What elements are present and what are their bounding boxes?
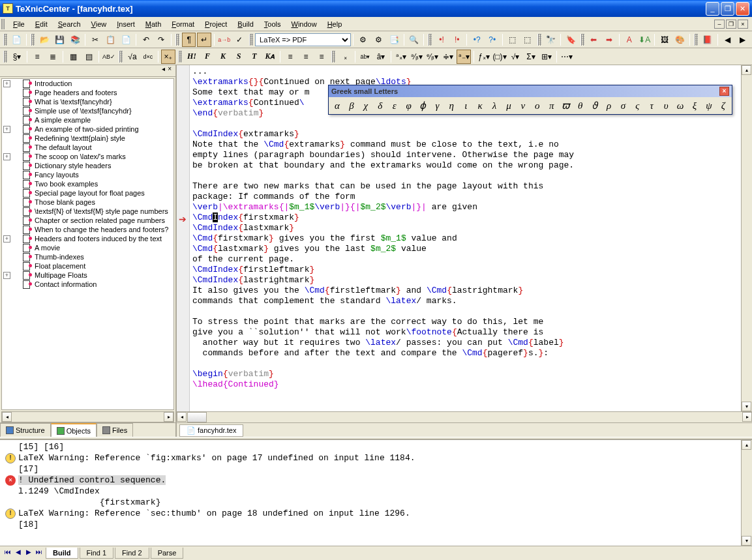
- grip[interactable]: [694, 34, 698, 46]
- sqrt-button[interactable]: √▾: [508, 50, 522, 64]
- editor-tab[interactable]: 📄 fancyhdr.tex: [179, 424, 243, 437]
- tree-item[interactable]: +The scoop on \latex/'s marks: [2, 152, 173, 161]
- sidebar-tab-files[interactable]: Files: [97, 423, 133, 437]
- grip[interactable]: [178, 51, 182, 63]
- vertical-scrollbar[interactable]: ▴ ▾: [741, 65, 752, 411]
- tree-item[interactable]: When to change the headers and footers?: [2, 225, 173, 234]
- output-line[interactable]: l.1249 \CmdIndex: [5, 486, 736, 497]
- tree-item[interactable]: Those blank pages: [2, 198, 173, 207]
- toggle-comment-button[interactable]: A: [622, 33, 637, 47]
- greek-letter-button[interactable]: ψ: [702, 98, 716, 113]
- view-linewrap-button[interactable]: ↵: [197, 33, 211, 47]
- prev-warning-button[interactable]: ?•: [485, 33, 500, 47]
- outdent-button[interactable]: ⬅: [587, 33, 601, 47]
- table-button[interactable]: ▤: [82, 50, 96, 64]
- tree-item[interactable]: Page headers and footers: [2, 88, 173, 97]
- output-line[interactable]: !LaTeX Warning: Reference `fig:xmarks' o…: [5, 452, 736, 464]
- expand-icon[interactable]: +: [3, 153, 10, 160]
- sidebar-close[interactable]: ×: [166, 65, 173, 76]
- build-button[interactable]: ⚙: [356, 33, 370, 47]
- tree-item[interactable]: Thumb-indexes: [2, 252, 173, 261]
- spelling-button[interactable]: ✓: [233, 33, 247, 47]
- accent-button[interactable]: äb▾: [358, 50, 372, 64]
- align-left-button[interactable]: ≡: [283, 50, 297, 64]
- greek-letter-button[interactable]: θ: [573, 98, 588, 113]
- expand-icon[interactable]: +: [3, 235, 10, 243]
- greek-letter-button[interactable]: δ: [373, 98, 387, 113]
- delim-button[interactable]: (□)▾: [492, 50, 507, 64]
- tree-item[interactable]: A simple example: [2, 115, 173, 125]
- output-scrollbar[interactable]: ▴ ▾: [741, 440, 752, 546]
- menu-search[interactable]: Search: [53, 19, 86, 29]
- output-next[interactable]: ▶: [23, 548, 34, 559]
- format-kᴀ-button[interactable]: Kᴀ: [263, 50, 277, 64]
- insert-graphic-button[interactable]: 🖼: [657, 33, 672, 47]
- output-prev[interactable]: ◀: [13, 548, 23, 559]
- format-f-button[interactable]: F: [200, 50, 215, 64]
- scroll-left[interactable]: ◂: [2, 412, 12, 422]
- view-whitespace-button[interactable]: ¶: [182, 33, 196, 47]
- menu-project[interactable]: Project: [200, 19, 232, 29]
- expand-icon[interactable]: +: [3, 80, 10, 87]
- tree-item[interactable]: Dictionary style headers: [2, 161, 173, 170]
- save-all-button[interactable]: 📚: [68, 33, 83, 47]
- copy-button[interactable]: 📋: [104, 33, 118, 47]
- tree-item[interactable]: Special page layout for float pages: [2, 188, 173, 198]
- superscript-button[interactable]: ᵃₓ▾: [394, 50, 408, 64]
- scroll-down[interactable]: ▾: [742, 402, 751, 411]
- tree-item[interactable]: \textsf{N} of \textsf{M} style page numb…: [2, 207, 173, 216]
- greek-letter-button[interactable]: ε: [387, 98, 402, 113]
- tree-item[interactable]: Contact information: [2, 280, 173, 289]
- horizontal-scrollbar[interactable]: ◂ ▸: [177, 411, 752, 422]
- bookmark-button[interactable]: 🔖: [564, 33, 578, 47]
- output-first[interactable]: ⏮: [3, 548, 13, 559]
- scroll-right[interactable]: ▸: [164, 412, 173, 422]
- math-func-button[interactable]: ƒₓ▾: [477, 50, 491, 64]
- greek-letter-button[interactable]: ϕ: [416, 98, 430, 113]
- greek-letter-button[interactable]: υ: [659, 98, 673, 113]
- greek-letter-button[interactable]: ϖ: [559, 98, 573, 113]
- grip[interactable]: [3, 51, 7, 63]
- tree-item[interactable]: Float placement: [2, 261, 173, 271]
- next-warning-button[interactable]: •?: [470, 33, 484, 47]
- greek-letter-button[interactable]: σ: [616, 98, 630, 113]
- sidebar-tab-structure[interactable]: Structure: [0, 423, 51, 437]
- format-button[interactable]: ⬇A: [637, 33, 652, 47]
- output-content[interactable]: [15] [16]!LaTeX Warning: Reference `fig:…: [0, 440, 741, 546]
- menu-view[interactable]: View: [86, 19, 112, 29]
- subscript-button[interactable]: ₓ: [338, 50, 352, 64]
- cut-button[interactable]: ✂: [88, 33, 102, 47]
- paste-button[interactable]: 📄: [119, 33, 133, 47]
- insert-textcolor-button[interactable]: a→b: [217, 33, 232, 47]
- build-profile-select[interactable]: LaTeX => PDF: [255, 33, 351, 46]
- format-t-button[interactable]: T: [247, 50, 262, 64]
- grip[interactable]: [428, 34, 432, 46]
- grip[interactable]: [31, 34, 35, 46]
- greek-letter-button[interactable]: ι: [459, 98, 473, 113]
- indent-button[interactable]: ➡: [602, 33, 616, 47]
- greek-letter-button[interactable]: ω: [673, 98, 687, 113]
- overset-button[interactable]: ᵃ₋▾: [457, 50, 471, 64]
- tree-item[interactable]: Two book examples: [2, 179, 173, 188]
- matrix-button[interactable]: ⊞▾: [539, 50, 554, 64]
- greek-letter-button[interactable]: β: [344, 98, 359, 113]
- greek-letter-button[interactable]: ν: [516, 98, 530, 113]
- output-tab-find-1[interactable]: Find 1: [80, 548, 114, 559]
- maximize-button[interactable]: ❐: [721, 2, 734, 16]
- output-tab-build[interactable]: Build: [46, 548, 78, 559]
- format-h!-button[interactable]: H!: [185, 50, 199, 64]
- format-k-button[interactable]: K: [216, 50, 230, 64]
- build-view-button[interactable]: ⚙: [372, 33, 386, 47]
- menu-window[interactable]: Window: [286, 19, 322, 29]
- sidebar-tab-objects[interactable]: Objects: [51, 423, 97, 437]
- output-tab-find-2[interactable]: Find 2: [115, 548, 149, 559]
- grip[interactable]: [1, 19, 5, 29]
- tree-item[interactable]: Chapter or section related page numbers: [2, 216, 173, 225]
- next-badbox-button[interactable]: ⬚: [505, 33, 520, 47]
- mdi-minimize[interactable]: –: [714, 20, 725, 29]
- mdi-restore[interactable]: ❐: [726, 20, 736, 29]
- greek-letter-button[interactable]: η: [444, 98, 459, 113]
- next-help-button[interactable]: ▶: [736, 33, 750, 47]
- greek-letter-button[interactable]: ϑ: [588, 98, 602, 113]
- grip[interactable]: [331, 51, 335, 63]
